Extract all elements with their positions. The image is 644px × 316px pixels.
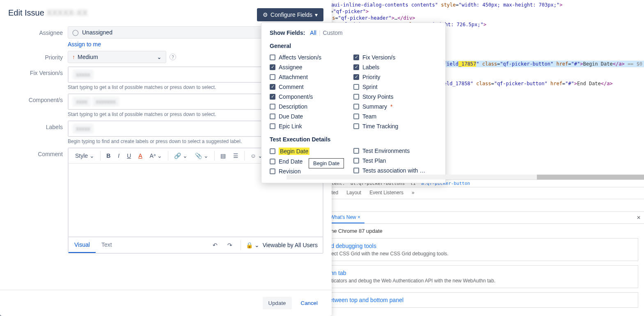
chevron-down-icon: ▾ xyxy=(315,11,318,18)
checkbox-icon xyxy=(353,74,359,80)
field-picker: Show Fields: All | Custom General Affect… xyxy=(261,23,446,183)
show-custom-link[interactable]: Custom xyxy=(321,30,345,36)
begin-date-tooltip: Begin Date xyxy=(309,158,344,168)
picker-field-epic-link[interactable]: Epic Link xyxy=(270,121,353,131)
checkbox-icon xyxy=(270,168,275,174)
chevron-down-icon: ⌄ xyxy=(157,54,162,60)
help-icon[interactable]: ? xyxy=(170,54,176,60)
picker-field-fix-version-s[interactable]: Fix Version/s xyxy=(353,52,437,62)
styles-tabs: Styles Computed Layout Event Listeners » xyxy=(286,187,644,199)
picker-field-attachment[interactable]: Attachment xyxy=(270,72,353,82)
link-button[interactable]: 🔗 ⌄ xyxy=(171,150,191,161)
picker-field-assignee[interactable]: Assignee xyxy=(270,62,353,72)
tab-whatsnew[interactable]: What's New × xyxy=(326,212,364,223)
checkbox-icon xyxy=(353,123,359,129)
picker-field-time-tracking[interactable]: Time Tracking xyxy=(353,121,437,131)
assignee-label: Assignee xyxy=(8,26,68,36)
general-heading: General xyxy=(270,43,437,49)
whatsnew-card[interactable]: Move tools between top and bottom panel xyxy=(292,292,638,308)
picker-field-priority[interactable]: Priority xyxy=(353,72,437,82)
checkbox-icon xyxy=(353,148,359,154)
checkbox-icon xyxy=(353,64,359,70)
whatsnew-headline: Highlights from the Chrome 87 update xyxy=(292,228,638,234)
tab-event-listeners[interactable]: Event Listeners xyxy=(365,187,408,199)
picker-field-story-points[interactable]: Story Points xyxy=(353,92,437,102)
lock-icon: 🔒 ⌄ xyxy=(246,242,259,248)
number-list-button[interactable]: ☰ xyxy=(230,150,242,161)
show-fields-label: Show Fields: xyxy=(270,30,305,36)
picker-field-tests-association-with-[interactable]: Tests association with … xyxy=(353,166,437,175)
dialog-title: Edit Issue XXXXX-XX xyxy=(8,8,87,18)
configure-fields-button[interactable]: ⚙ Configure Fields ▾ xyxy=(257,8,323,21)
fix-version-label: Fix Version/s xyxy=(8,66,68,76)
checkbox-icon xyxy=(270,148,275,154)
more-format-button[interactable]: Aᵃ ⌄ xyxy=(147,150,165,161)
whatsnew-card[interactable]: New CSS Grid debugging toolsDebug and in… xyxy=(292,238,638,261)
checkbox-icon xyxy=(270,159,275,164)
app-area: rt ▾ 20 Edit Issue XXXXX-XX ⚙ Configure … xyxy=(0,0,286,316)
checkbox-icon xyxy=(270,94,275,100)
undo-button[interactable]: ↶ xyxy=(209,239,221,251)
assign-to-me-link[interactable]: Assign to me xyxy=(68,41,101,48)
checkbox-icon xyxy=(353,55,359,60)
checkbox-icon xyxy=(270,84,275,90)
checkbox-icon xyxy=(270,104,275,109)
checkbox-icon xyxy=(353,94,359,100)
redo-button[interactable]: ↷ xyxy=(224,239,236,251)
italic-button[interactable]: I xyxy=(115,150,123,161)
test-exec-heading: Test Execution Details xyxy=(270,136,437,143)
bullet-list-button[interactable]: ▤ xyxy=(217,150,229,161)
components-label: Component/s xyxy=(8,93,68,103)
whatsnew-card[interactable]: New WebAuthn tabEmulate authenticators a… xyxy=(292,265,638,288)
picker-field-affects-version-s[interactable]: Affects Version/s xyxy=(270,52,353,62)
checkbox-icon xyxy=(353,158,359,164)
picker-field-comment[interactable]: Comment xyxy=(270,82,353,92)
priority-icon: ↑ xyxy=(72,54,75,60)
checkbox-icon xyxy=(270,123,275,129)
picker-field-test-plan[interactable]: Test Plan xyxy=(353,156,437,166)
underline-button[interactable]: U xyxy=(124,150,134,161)
horizontal-scrollbar[interactable] xyxy=(286,175,644,180)
tab-layout[interactable]: Layout xyxy=(342,187,365,199)
tab-more[interactable]: » xyxy=(408,187,419,199)
cancel-button[interactable]: Cancel xyxy=(295,297,324,309)
picker-field-due-date[interactable]: Due Date xyxy=(270,111,353,121)
text-tab[interactable]: Text xyxy=(96,237,118,253)
drawer-close-icon[interactable]: ✕ xyxy=(637,215,641,221)
checkbox-icon xyxy=(270,74,275,80)
picker-field-sprint[interactable]: Sprint xyxy=(353,82,437,92)
update-button[interactable]: Update xyxy=(263,297,292,309)
picker-field-summary[interactable]: Summary* xyxy=(353,102,437,111)
checkbox-icon xyxy=(353,104,359,109)
visibility-text: Viewable by All Users xyxy=(263,242,318,248)
priority-label: Priority xyxy=(8,51,68,61)
attachment-button[interactable]: 📎 ⌄ xyxy=(192,150,212,161)
picker-field-description[interactable]: Description xyxy=(270,102,353,111)
picker-field-test-environments[interactable]: Test Environments xyxy=(353,146,437,156)
picker-field-labels[interactable]: Labels xyxy=(353,62,437,72)
checkbox-icon xyxy=(353,84,359,90)
picker-field-team[interactable]: Team xyxy=(353,111,437,121)
checkbox-icon xyxy=(353,114,359,119)
checkbox-icon xyxy=(270,64,275,70)
picker-field-begin-date[interactable]: Begin Date xyxy=(270,146,353,157)
labels-label: Labels xyxy=(8,120,68,130)
unassigned-icon: ◯ xyxy=(72,29,79,36)
checkbox-icon xyxy=(270,55,275,60)
checkbox-icon xyxy=(353,168,359,173)
priority-select[interactable]: ↑ Medium ⌄ xyxy=(68,51,166,63)
bold-button[interactable]: B xyxy=(103,150,114,161)
comment-label: Comment xyxy=(8,148,68,157)
style-dropdown[interactable]: Style ⌄ xyxy=(72,151,98,161)
checkbox-icon xyxy=(270,114,275,119)
text-color-button[interactable]: A xyxy=(135,150,145,161)
gear-icon: ⚙ xyxy=(263,11,268,18)
drawer-tabs: ⋮ Console What's New × ✕ xyxy=(286,211,644,224)
picker-field-component-s[interactable]: Component/s xyxy=(270,92,353,102)
show-all-link[interactable]: All xyxy=(307,30,319,36)
visual-tab[interactable]: Visual xyxy=(69,237,96,253)
whatsnew-panel: Highlights from the Chrome 87 update New… xyxy=(286,224,644,316)
